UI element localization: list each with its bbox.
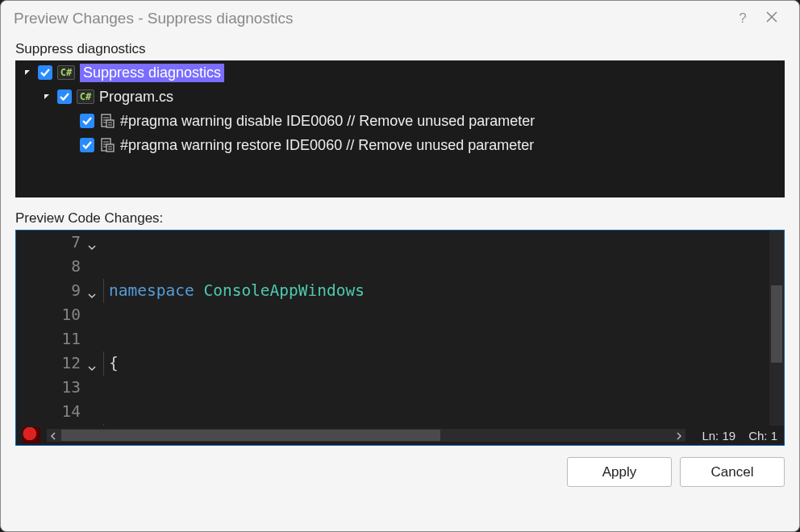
horizontal-scrollbar[interactable] (47, 429, 685, 442)
tree-root-label: Suppress diagnostics (80, 64, 224, 82)
close-icon[interactable] (757, 10, 786, 27)
expander-icon[interactable] (41, 93, 52, 101)
scroll-right-icon[interactable] (673, 429, 685, 443)
document-icon (99, 137, 115, 153)
fold-icon[interactable] (87, 235, 97, 260)
help-icon[interactable]: ? (728, 10, 757, 27)
scroll-left-icon[interactable] (47, 429, 60, 443)
document-icon (99, 113, 115, 129)
checkbox[interactable] (38, 65, 52, 80)
tree-file-label: Program.cs (99, 89, 173, 106)
error-status-icon[interactable] (23, 427, 40, 443)
tree-root-row[interactable]: C# Suppress diagnostics (15, 60, 785, 85)
vertical-scrollbar[interactable] (769, 231, 784, 426)
status-line-number: Ln: 19 (702, 429, 735, 443)
fold-icon[interactable] (87, 284, 97, 308)
window-title: Preview Changes - Suppress diagnostics (14, 10, 728, 27)
tree-change-row[interactable]: #pragma warning disable IDE0060 // Remov… (15, 109, 785, 133)
apply-button[interactable]: Apply (567, 457, 672, 487)
csharp-file-icon: C# (77, 89, 94, 104)
tree-change-label: #pragma warning disable IDE0060 // Remov… (120, 113, 535, 130)
tree-section-label: Suppress diagnostics (1, 36, 799, 60)
scrollbar-thumb[interactable] (61, 430, 440, 441)
titlebar: Preview Changes - Suppress diagnostics ? (1, 1, 799, 36)
svg-rect-4 (106, 120, 114, 127)
scrollbar-thumb[interactable] (771, 285, 782, 363)
cancel-button[interactable]: Cancel (680, 457, 785, 487)
tree-change-label: #pragma warning restore IDE0060 // Remov… (120, 137, 534, 154)
tree-file-row[interactable]: C# Program.cs (15, 85, 785, 109)
checkbox[interactable] (80, 114, 94, 128)
changes-tree[interactable]: C# Suppress diagnostics C# Program.cs #p… (15, 60, 785, 197)
code-text[interactable]: namespace ConsoleAppWindows { internal c… (103, 231, 784, 426)
preview-section-label: Preview Code Changes: (1, 206, 799, 230)
svg-rect-11 (106, 144, 114, 152)
dialog-buttons: Apply Cancel (1, 446, 799, 498)
preview-changes-dialog: Preview Changes - Suppress diagnostics ?… (0, 0, 800, 532)
status-column-number: Ch: 1 (748, 429, 777, 443)
line-number-gutter: 7 8 9 10 11 12 13 14 (16, 231, 103, 426)
fold-icon[interactable] (87, 356, 97, 380)
editor-status-bar: Ln: 19 Ch: 1 (16, 426, 784, 445)
checkbox[interactable] (57, 89, 72, 104)
checkbox[interactable] (80, 138, 94, 152)
tree-change-row[interactable]: #pragma warning restore IDE0060 // Remov… (15, 133, 785, 157)
csharp-badge-icon: C# (57, 65, 75, 80)
code-preview[interactable]: 7 8 9 10 11 12 13 14 namespace ConsoleAp… (15, 230, 785, 446)
expander-icon[interactable] (22, 69, 33, 77)
